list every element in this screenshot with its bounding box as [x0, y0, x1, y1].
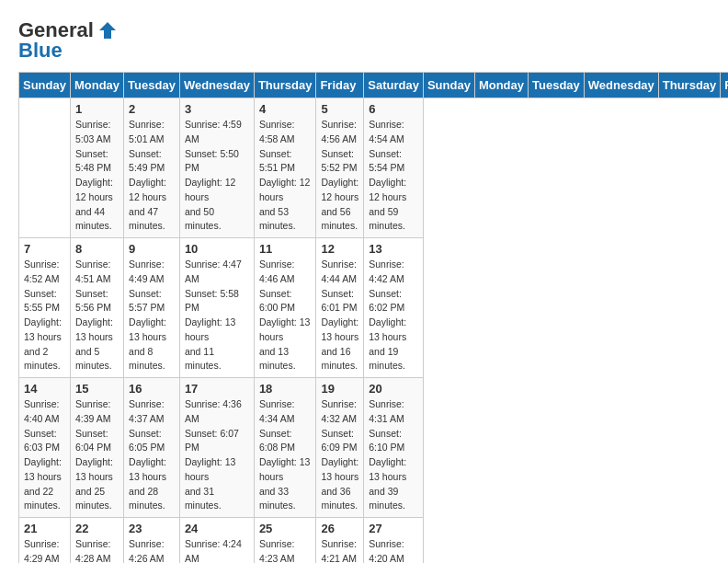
day-number: 10 — [185, 242, 249, 256]
calendar-cell: 21Sunrise: 4:29 AMSunset: 6:11 PMDayligh… — [19, 518, 71, 564]
day-info: Sunrise: 4:56 AMSunset: 5:52 PMDaylight:… — [321, 118, 358, 234]
col-header-sunday: Sunday — [423, 73, 474, 98]
calendar-cell: 14Sunrise: 4:40 AMSunset: 6:03 PMDayligh… — [19, 378, 71, 518]
day-info: Sunrise: 4:54 AMSunset: 5:54 PMDaylight:… — [369, 118, 418, 234]
calendar-cell: 12Sunrise: 4:44 AMSunset: 6:01 PMDayligh… — [316, 238, 364, 378]
day-number: 24 — [185, 522, 249, 535]
calendar-cell: 23Sunrise: 4:26 AMSunset: 6:14 PMDayligh… — [124, 518, 180, 564]
col-header-monday: Monday — [474, 73, 528, 98]
calendar-cell: 18Sunrise: 4:34 AMSunset: 6:08 PMDayligh… — [254, 378, 316, 518]
calendar-week-row: 21Sunrise: 4:29 AMSunset: 6:11 PMDayligh… — [19, 518, 729, 564]
day-info: Sunrise: 4:36 AMSunset: 6:07 PMDaylight:… — [185, 397, 249, 513]
calendar-cell: 3Sunrise: 4:59 AMSunset: 5:50 PMDaylight… — [179, 98, 254, 238]
calendar-cell: 5Sunrise: 4:56 AMSunset: 5:52 PMDaylight… — [316, 98, 364, 238]
logo: General Blue — [18, 18, 118, 63]
day-info: Sunrise: 4:46 AMSunset: 6:00 PMDaylight:… — [259, 258, 312, 373]
calendar-cell: 7Sunrise: 4:52 AMSunset: 5:55 PMDaylight… — [19, 238, 71, 378]
col-header-thursday: Thursday — [254, 73, 316, 98]
day-number: 5 — [321, 102, 358, 116]
day-number: 11 — [259, 242, 312, 256]
col-header-friday: Friday — [721, 73, 728, 98]
calendar-cell: 9Sunrise: 4:49 AMSunset: 5:57 PMDaylight… — [124, 238, 180, 378]
col-header-tuesday: Tuesday — [529, 73, 585, 98]
day-info: Sunrise: 4:51 AMSunset: 5:56 PMDaylight:… — [75, 258, 119, 373]
day-number: 12 — [321, 242, 358, 256]
col-header-friday: Friday — [316, 73, 364, 98]
col-header-saturday: Saturday — [364, 73, 424, 98]
calendar-cell: 26Sunrise: 4:21 AMSunset: 6:17 PMDayligh… — [316, 518, 364, 564]
day-number: 26 — [321, 522, 358, 535]
calendar-week-row: 7Sunrise: 4:52 AMSunset: 5:55 PMDaylight… — [19, 238, 729, 378]
day-info: Sunrise: 4:21 AMSunset: 6:17 PMDaylight:… — [321, 537, 358, 563]
col-header-sunday: Sunday — [19, 73, 71, 98]
day-info: Sunrise: 4:24 AMSunset: 6:15 PMDaylight:… — [185, 537, 249, 563]
day-info: Sunrise: 4:47 AMSunset: 5:58 PMDaylight:… — [185, 258, 249, 373]
calendar-week-row: 14Sunrise: 4:40 AMSunset: 6:03 PMDayligh… — [19, 378, 729, 518]
day-number: 20 — [369, 382, 418, 396]
col-header-wednesday: Wednesday — [584, 73, 658, 98]
day-number: 17 — [185, 382, 249, 396]
day-number: 25 — [259, 522, 312, 535]
calendar-cell: 6Sunrise: 4:54 AMSunset: 5:54 PMDaylight… — [364, 98, 424, 238]
day-info: Sunrise: 4:31 AMSunset: 6:10 PMDaylight:… — [369, 397, 418, 513]
col-header-thursday: Thursday — [658, 73, 721, 98]
day-number: 2 — [129, 102, 175, 116]
calendar-table: SundayMondayTuesdayWednesdayThursdayFrid… — [18, 72, 728, 563]
day-info: Sunrise: 5:03 AMSunset: 5:48 PMDaylight:… — [75, 118, 119, 234]
calendar-cell: 2Sunrise: 5:01 AMSunset: 5:49 PMDaylight… — [124, 98, 180, 238]
calendar-cell: 27Sunrise: 4:20 AMSunset: 6:18 PMDayligh… — [364, 518, 424, 564]
day-info: Sunrise: 4:28 AMSunset: 6:13 PMDaylight:… — [75, 537, 119, 563]
calendar-cell: 10Sunrise: 4:47 AMSunset: 5:58 PMDayligh… — [179, 238, 254, 378]
calendar-cell: 8Sunrise: 4:51 AMSunset: 5:56 PMDaylight… — [70, 238, 123, 378]
day-info: Sunrise: 5:01 AMSunset: 5:49 PMDaylight:… — [129, 118, 175, 234]
day-number: 15 — [75, 382, 119, 396]
logo-icon — [97, 20, 118, 40]
page-header: General Blue — [18, 18, 710, 63]
calendar-cell: 13Sunrise: 4:42 AMSunset: 6:02 PMDayligh… — [364, 238, 424, 378]
day-info: Sunrise: 4:49 AMSunset: 5:57 PMDaylight:… — [129, 258, 175, 373]
day-info: Sunrise: 4:44 AMSunset: 6:01 PMDaylight:… — [321, 258, 358, 373]
col-header-monday: Monday — [70, 73, 123, 98]
calendar-cell: 20Sunrise: 4:31 AMSunset: 6:10 PMDayligh… — [364, 378, 424, 518]
calendar-cell: 11Sunrise: 4:46 AMSunset: 6:00 PMDayligh… — [254, 238, 316, 378]
day-number: 19 — [321, 382, 358, 396]
calendar-cell: 24Sunrise: 4:24 AMSunset: 6:15 PMDayligh… — [179, 518, 254, 564]
calendar-cell: 1Sunrise: 5:03 AMSunset: 5:48 PMDaylight… — [70, 98, 123, 238]
col-header-tuesday: Tuesday — [124, 73, 180, 98]
day-info: Sunrise: 4:37 AMSunset: 6:05 PMDaylight:… — [129, 397, 175, 513]
day-info: Sunrise: 4:58 AMSunset: 5:51 PMDaylight:… — [259, 118, 312, 234]
day-number: 8 — [75, 242, 119, 256]
day-info: Sunrise: 4:39 AMSunset: 6:04 PMDaylight:… — [75, 397, 119, 513]
logo-blue-text: Blue — [18, 39, 63, 63]
calendar-cell: 25Sunrise: 4:23 AMSunset: 6:16 PMDayligh… — [254, 518, 316, 564]
col-header-wednesday: Wednesday — [179, 73, 254, 98]
calendar-week-row: 1Sunrise: 5:03 AMSunset: 5:48 PMDaylight… — [19, 98, 729, 238]
day-info: Sunrise: 4:59 AMSunset: 5:50 PMDaylight:… — [185, 118, 249, 234]
day-number: 7 — [24, 242, 65, 256]
day-number: 9 — [129, 242, 175, 256]
calendar-cell: 4Sunrise: 4:58 AMSunset: 5:51 PMDaylight… — [254, 98, 316, 238]
day-info: Sunrise: 4:52 AMSunset: 5:55 PMDaylight:… — [24, 258, 65, 373]
day-number: 4 — [259, 102, 312, 116]
day-info: Sunrise: 4:20 AMSunset: 6:18 PMDaylight:… — [369, 537, 418, 563]
day-number: 13 — [369, 242, 418, 256]
day-number: 27 — [369, 522, 418, 535]
calendar-cell: 15Sunrise: 4:39 AMSunset: 6:04 PMDayligh… — [70, 378, 123, 518]
calendar-cell — [19, 98, 71, 238]
day-number: 16 — [129, 382, 175, 396]
day-number: 21 — [24, 522, 65, 535]
day-info: Sunrise: 4:40 AMSunset: 6:03 PMDaylight:… — [24, 397, 65, 513]
calendar-header-row: SundayMondayTuesdayWednesdayThursdayFrid… — [19, 73, 729, 98]
calendar-cell: 17Sunrise: 4:36 AMSunset: 6:07 PMDayligh… — [179, 378, 254, 518]
day-info: Sunrise: 4:29 AMSunset: 6:11 PMDaylight:… — [24, 537, 65, 563]
day-number: 18 — [259, 382, 312, 396]
day-number: 1 — [75, 102, 119, 116]
calendar-cell: 22Sunrise: 4:28 AMSunset: 6:13 PMDayligh… — [70, 518, 123, 564]
calendar-cell: 19Sunrise: 4:32 AMSunset: 6:09 PMDayligh… — [316, 378, 364, 518]
day-number: 3 — [185, 102, 249, 116]
day-info: Sunrise: 4:32 AMSunset: 6:09 PMDaylight:… — [321, 397, 358, 513]
day-info: Sunrise: 4:23 AMSunset: 6:16 PMDaylight:… — [259, 537, 312, 563]
day-info: Sunrise: 4:26 AMSunset: 6:14 PMDaylight:… — [129, 537, 175, 563]
day-number: 22 — [75, 522, 119, 535]
day-number: 23 — [129, 522, 175, 535]
